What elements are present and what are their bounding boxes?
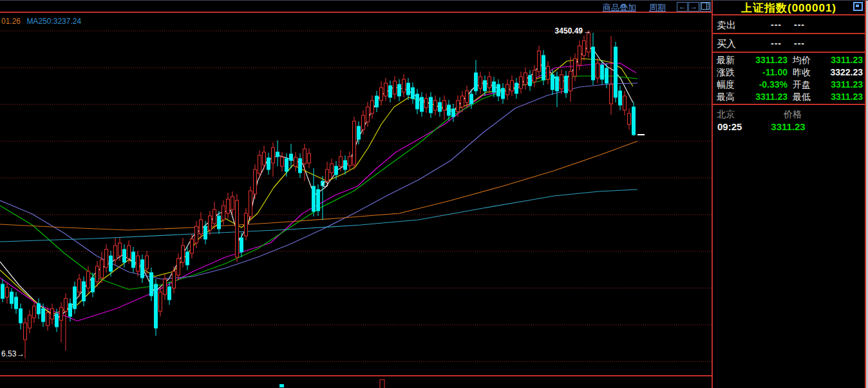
scroll-right-button[interactable]: → <box>688 2 699 12</box>
tape-header-row: 北京 价格 <box>713 106 865 121</box>
change-label: 涨跌 <box>717 67 735 79</box>
ma-white <box>0 46 633 318</box>
sell-row: 卖出 --- --- <box>713 15 865 34</box>
chart-toolbar: 商品叠加 周期 ← → <box>0 1 712 12</box>
tape-price-header: 价格 <box>784 109 802 121</box>
instrument-title: 上证指数(000001) <box>713 1 865 15</box>
buy-price-value: --- <box>771 38 782 48</box>
tape-time-header: 北京 <box>717 109 735 121</box>
quote-row-highlow: 最高 3311.23 最低 3311.23 <box>713 90 865 102</box>
split-view-button[interactable] <box>700 2 711 12</box>
buy-label: 买入 <box>717 38 736 50</box>
tape-row: 09:25 3311.23 <box>713 121 865 133</box>
low-label: 最低 <box>793 92 811 103</box>
high-value: 3311.23 <box>737 92 788 102</box>
maximize-icon[interactable] <box>853 2 863 11</box>
ma-green <box>0 76 637 289</box>
volume-bar <box>380 380 384 388</box>
sell-label: 卖出 <box>717 19 736 32</box>
high-label: 最高 <box>717 92 735 103</box>
low-price-annotation: 6.53 <box>1 349 17 358</box>
avg-price-label: 均价 <box>793 55 811 66</box>
high-arrow-icon: → <box>583 26 591 35</box>
scroll-left-button[interactable]: ← <box>677 2 688 12</box>
range-pct-value: -0.33% <box>737 79 788 90</box>
ma-indicator-labels: 01.26 MA250:3237.24 <box>1 17 81 26</box>
quote-stats-block: 最新 3311.23 均价 3311.23 涨跌 -11.00 昨收 3322.… <box>713 53 865 105</box>
trading-app-window: 3450.49→6.53→ 商品叠加 周期 ← → 01.26 MA250:32… <box>0 0 868 388</box>
quote-panel: 上证指数(000001) 卖出 --- --- 买入 --- --- 最新 33… <box>712 1 866 388</box>
change-value: -11.00 <box>737 67 788 77</box>
chart-top-border <box>0 12 712 13</box>
ma120-label-clipped: 01.26 <box>1 17 21 26</box>
low-value: 3311.23 <box>812 92 863 102</box>
open-value: 3311.23 <box>812 79 863 90</box>
high-price-annotation: 3450.49 <box>555 26 583 35</box>
kline-chart-pane: 3450.49→6.53→ 商品叠加 周期 ← → 01.26 MA250:32… <box>0 1 712 388</box>
low-arrow-icon: → <box>17 349 24 358</box>
candlestick-chart-canvas[interactable]: 3450.49→6.53→ <box>0 1 712 388</box>
ma-orange <box>0 141 637 230</box>
buy-row: 买入 --- --- <box>713 34 865 53</box>
chart-bottom-border <box>0 375 712 376</box>
latest-value: 3311.23 <box>737 55 788 65</box>
tape-time-value: 09:25 <box>717 121 742 132</box>
ma250-label: MA250:3237.24 <box>26 17 81 26</box>
range-pct-label: 幅度 <box>717 79 735 91</box>
buy-volume-value: --- <box>794 38 805 48</box>
latest-label: 最新 <box>717 55 735 66</box>
sell-volume-value: --- <box>794 19 805 30</box>
prev-close-label: 昨收 <box>793 67 811 79</box>
quote-panel-header: 上证指数(000001) <box>713 1 865 15</box>
volume-bar <box>279 384 284 387</box>
candles <box>1 31 636 358</box>
quote-row-change: 涨跌 -11.00 昨收 3322.23 <box>713 66 865 78</box>
sell-price-value: --- <box>771 19 782 30</box>
split-pane-icon <box>701 3 710 10</box>
quote-row-latest: 最新 3311.23 均价 3311.23 <box>713 53 865 66</box>
tape-price-value: 3311.23 <box>767 121 809 132</box>
avg-price-value: 3311.23 <box>812 55 863 65</box>
open-label: 开盘 <box>793 79 811 91</box>
quote-row-range: 幅度 -0.33% 开盘 3311.23 <box>713 78 865 90</box>
prev-close-value: 3322.23 <box>812 67 863 77</box>
ma-periwinkle <box>0 83 637 279</box>
